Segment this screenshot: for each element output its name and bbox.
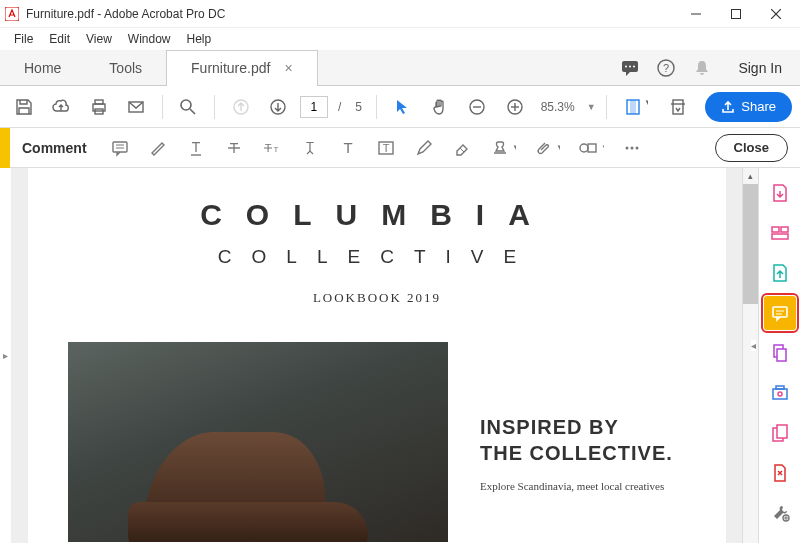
fit-width-icon[interactable]: ▼	[617, 91, 656, 123]
chat-icon[interactable]	[612, 50, 648, 86]
sticky-note-icon[interactable]	[103, 131, 137, 165]
window-maximize[interactable]	[716, 0, 756, 28]
replace-text-icon[interactable]: TT	[255, 131, 289, 165]
svg-rect-2	[732, 9, 741, 18]
zoom-in-icon[interactable]	[499, 91, 530, 123]
attachment-icon[interactable]: ▼	[527, 131, 567, 165]
scrollbar-thumb[interactable]	[743, 184, 758, 304]
svg-line-16	[190, 109, 195, 114]
doc-hero-image	[68, 342, 448, 542]
compress-tool-icon[interactable]	[764, 456, 796, 490]
svg-rect-47	[588, 144, 596, 152]
more-options-icon[interactable]	[615, 131, 649, 165]
organize-pages-tool-icon[interactable]	[764, 336, 796, 370]
tab-home[interactable]: Home	[0, 50, 85, 86]
comment-close-button[interactable]: Close	[715, 134, 788, 162]
pencil-draw-icon[interactable]	[407, 131, 441, 165]
comment-tool-icon[interactable]	[764, 296, 796, 330]
svg-text:T: T	[273, 145, 278, 154]
window-close[interactable]	[756, 0, 796, 28]
scan-ocr-tool-icon[interactable]	[764, 376, 796, 410]
workspace: ▸ COLUMBIA COLLECTIVE LOOKBOOK 2019 INSP…	[0, 168, 800, 543]
eraser-icon[interactable]	[445, 131, 479, 165]
export-pdf-tool-icon[interactable]	[764, 256, 796, 290]
svg-point-51	[635, 146, 638, 149]
doc-tagline: LOOKBOOK 2019	[68, 290, 686, 306]
page-display-icon[interactable]	[662, 91, 693, 123]
vertical-scrollbar[interactable]: ▴	[742, 168, 758, 543]
zoom-out-icon[interactable]	[462, 91, 493, 123]
svg-point-15	[181, 100, 191, 110]
underline-text-icon[interactable]: T	[179, 131, 213, 165]
cloud-icon[interactable]	[45, 91, 76, 123]
scroll-up-icon[interactable]: ▴	[743, 168, 758, 184]
tab-document-label: Furniture.pdf	[191, 60, 270, 76]
tab-close-icon[interactable]: ×	[284, 60, 292, 76]
more-tools-icon[interactable]	[764, 496, 796, 530]
sign-in-button[interactable]: Sign In	[720, 60, 800, 76]
svg-rect-60	[773, 389, 787, 399]
notification-bell-icon[interactable]	[684, 50, 720, 86]
hand-tool-icon[interactable]	[424, 91, 455, 123]
svg-point-49	[625, 146, 628, 149]
svg-rect-25	[630, 100, 636, 114]
acrobat-app-icon	[4, 6, 20, 22]
page-up-icon[interactable]	[225, 91, 256, 123]
edit-pdf-tool-icon[interactable]	[764, 416, 796, 450]
svg-rect-12	[95, 100, 103, 104]
share-button-label: Share	[741, 99, 776, 114]
svg-text:T: T	[382, 142, 389, 154]
page-number-input[interactable]	[300, 96, 328, 118]
save-icon[interactable]	[8, 91, 39, 123]
svg-rect-54	[772, 234, 788, 239]
print-icon[interactable]	[83, 91, 114, 123]
svg-text:T: T	[191, 139, 200, 155]
share-button[interactable]: Share	[705, 92, 792, 122]
create-pdf-tool-icon[interactable]	[764, 176, 796, 210]
insert-text-icon[interactable]: T	[293, 131, 327, 165]
doc-title: COLUMBIA	[68, 198, 686, 232]
menu-edit[interactable]: Edit	[41, 30, 78, 48]
svg-rect-55	[773, 307, 787, 317]
svg-point-50	[630, 146, 633, 149]
zoom-dropdown-icon[interactable]: ▼	[587, 102, 596, 112]
comment-indicator	[0, 128, 10, 168]
drawing-tools-icon[interactable]: ▼	[571, 131, 611, 165]
selection-tool-icon[interactable]	[387, 91, 418, 123]
help-icon[interactable]: ?	[648, 50, 684, 86]
highlight-icon[interactable]	[141, 131, 175, 165]
tab-tools[interactable]: Tools	[85, 50, 166, 86]
svg-text:?: ?	[663, 62, 669, 74]
svg-line-43	[460, 148, 464, 152]
comment-close-label: Close	[734, 140, 769, 155]
menu-view[interactable]: View	[78, 30, 120, 48]
search-icon[interactable]	[173, 91, 204, 123]
text-box-icon[interactable]: T	[369, 131, 403, 165]
menu-file[interactable]: File	[6, 30, 41, 48]
svg-rect-59	[777, 349, 786, 361]
strikethrough-icon[interactable]: T	[217, 131, 251, 165]
svg-rect-29	[113, 142, 127, 152]
menu-help[interactable]: Help	[179, 30, 220, 48]
stamp-icon[interactable]: ▼	[483, 131, 523, 165]
document-viewport[interactable]: COLUMBIA COLLECTIVE LOOKBOOK 2019 INSPIR…	[12, 168, 742, 543]
menu-bar: File Edit View Window Help	[0, 28, 800, 50]
svg-rect-61	[776, 386, 784, 389]
svg-rect-53	[781, 227, 788, 232]
zoom-value: 85.3%	[537, 100, 579, 114]
right-panel-toggle[interactable]: ◂	[751, 340, 756, 351]
doc-subtitle: COLLECTIVE	[68, 246, 686, 268]
email-icon[interactable]	[120, 91, 151, 123]
svg-point-62	[778, 392, 782, 396]
menu-window[interactable]: Window	[120, 30, 179, 48]
comment-label: Comment	[14, 140, 99, 156]
page-down-icon[interactable]	[263, 91, 294, 123]
combine-files-tool-icon[interactable]	[764, 216, 796, 250]
svg-text:▼: ▼	[512, 143, 516, 152]
tab-document[interactable]: Furniture.pdf ×	[166, 50, 318, 86]
window-minimize[interactable]	[676, 0, 716, 28]
left-panel-toggle[interactable]: ▸	[0, 168, 12, 543]
tab-home-label: Home	[24, 60, 61, 76]
doc-body-text: Explore Scandinavia, meet local creative…	[480, 480, 686, 492]
add-text-icon[interactable]: T	[331, 131, 365, 165]
